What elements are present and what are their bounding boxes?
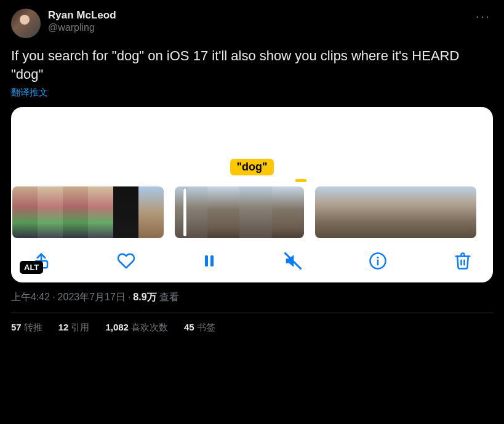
tweet-date[interactable]: 2023年7月17日 bbox=[58, 292, 126, 302]
heart-icon[interactable] bbox=[117, 252, 135, 270]
translate-link[interactable]: 翻译推文 bbox=[11, 87, 493, 98]
more-icon[interactable]: ··· bbox=[473, 9, 493, 25]
marker-row bbox=[11, 179, 493, 185]
media-toolbar bbox=[11, 239, 493, 274]
clip-frame bbox=[449, 186, 476, 238]
quotes-count: 12 bbox=[58, 322, 69, 332]
divider bbox=[11, 313, 493, 313]
clip-frame bbox=[396, 186, 423, 238]
clip-1[interactable] bbox=[12, 186, 164, 238]
tweet-header: Ryan McLeod @warpling ··· bbox=[11, 9, 493, 38]
stats-row: 57转推 12引用 1,082喜欢次数 45书签 bbox=[11, 322, 493, 334]
clip-frame bbox=[369, 186, 396, 238]
retweets-stat[interactable]: 57转推 bbox=[11, 322, 42, 334]
clip-3[interactable] bbox=[315, 186, 476, 238]
bookmarks-count: 45 bbox=[184, 322, 194, 332]
trash-icon[interactable] bbox=[454, 252, 472, 270]
likes-count: 1,082 bbox=[105, 322, 129, 332]
highlight-tag: "dog" bbox=[230, 159, 273, 175]
tweet: Ryan McLeod @warpling ··· If you search … bbox=[11, 9, 493, 334]
timeline-strip[interactable] bbox=[11, 185, 493, 239]
tweet-text: If you search for "dog" on iOS 17 it'll … bbox=[11, 47, 493, 83]
clip-frame bbox=[207, 186, 240, 238]
media-card[interactable]: "dog" bbox=[11, 107, 493, 282]
alt-badge[interactable]: ALT bbox=[20, 261, 43, 274]
meta-line: 上午4:42·2023年7月17日·8.9万 查看 bbox=[11, 291, 493, 304]
clip-2[interactable] bbox=[175, 186, 304, 238]
svg-rect-2 bbox=[210, 255, 214, 266]
clip-frame bbox=[175, 186, 207, 238]
handle: @warpling bbox=[48, 22, 466, 34]
avatar[interactable] bbox=[11, 9, 41, 38]
clip-frame bbox=[113, 186, 138, 238]
quotes-stat[interactable]: 12引用 bbox=[58, 322, 90, 334]
mute-icon[interactable] bbox=[284, 252, 302, 270]
svg-point-6 bbox=[377, 257, 378, 258]
retweets-count: 57 bbox=[11, 322, 22, 332]
clip-frame bbox=[63, 186, 88, 238]
svg-rect-1 bbox=[205, 255, 208, 266]
media-blank-area bbox=[11, 107, 493, 159]
playhead[interactable] bbox=[183, 188, 186, 236]
clip-frame bbox=[38, 186, 63, 238]
clip-frame bbox=[138, 186, 164, 238]
pause-icon[interactable] bbox=[202, 252, 217, 270]
clip-frame bbox=[88, 186, 113, 238]
clip-frame bbox=[315, 186, 342, 238]
retweets-label: 转推 bbox=[24, 322, 42, 332]
author-names[interactable]: Ryan McLeod @warpling bbox=[48, 9, 466, 34]
clip-frame bbox=[423, 186, 450, 238]
highlight-marker bbox=[295, 179, 306, 182]
clip-frame bbox=[239, 186, 272, 238]
display-name: Ryan McLeod bbox=[48, 9, 466, 22]
clip-frame bbox=[342, 186, 369, 238]
bookmarks-label: 书签 bbox=[197, 322, 215, 332]
likes-label: 喜欢次数 bbox=[131, 322, 168, 332]
info-icon[interactable] bbox=[369, 252, 387, 270]
quotes-label: 引用 bbox=[71, 322, 89, 332]
bookmarks-stat[interactable]: 45书签 bbox=[184, 322, 215, 334]
clip-frame bbox=[272, 186, 305, 238]
likes-stat[interactable]: 1,082喜欢次数 bbox=[105, 322, 168, 334]
highlight-tag-row: "dog" bbox=[11, 159, 493, 179]
views-count: 8.9万 bbox=[133, 292, 156, 302]
clip-frame bbox=[12, 186, 38, 238]
tweet-time[interactable]: 上午4:42 bbox=[11, 292, 50, 302]
views-label: 查看 bbox=[159, 292, 179, 302]
